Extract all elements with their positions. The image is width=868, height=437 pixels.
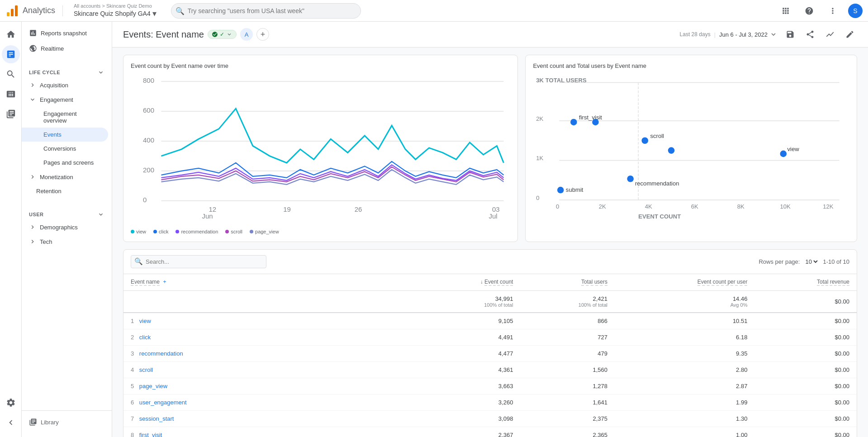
svg-rect-2 bbox=[15, 5, 18, 16]
nav-pages-and-screens[interactable]: Pages and screens bbox=[22, 156, 108, 170]
expand-icon-2 bbox=[97, 211, 104, 218]
scatter-y-label: 3K TOTAL USERS bbox=[536, 77, 587, 84]
scatter-x-2k: 2K bbox=[599, 203, 606, 210]
settings-area bbox=[2, 394, 20, 437]
event-name-link[interactable]: view bbox=[139, 318, 151, 324]
nav-advertising-icon[interactable] bbox=[2, 85, 20, 103]
y-label-600: 600 bbox=[143, 106, 154, 114]
topbar: Analytics All accounts > Skincare Quiz D… bbox=[0, 0, 868, 22]
library-nav-item[interactable]: Library bbox=[29, 414, 104, 430]
row-total-users: 1,278 bbox=[520, 378, 615, 394]
user-avatar[interactable]: S bbox=[848, 4, 863, 18]
nav-monetization[interactable]: Monetization bbox=[22, 170, 108, 184]
row-event-name: 7 session_start bbox=[123, 410, 417, 427]
add-comparison-button[interactable]: + bbox=[256, 28, 269, 41]
table-toolbar: 🔍 Rows per page: 10 25 50 1-10 of 10 bbox=[123, 250, 857, 274]
totals-row: 34,991 100% of total 2,421 100% of total… bbox=[123, 290, 857, 313]
nav-engagement[interactable]: Engagement bbox=[22, 92, 108, 107]
pagination-info: 1-10 of 10 bbox=[823, 258, 849, 265]
nav-section-reports: Reports snapshot Realtime bbox=[22, 22, 112, 60]
nav-reports-snapshot[interactable]: Reports snapshot bbox=[22, 25, 108, 41]
side-icon-bar bbox=[0, 22, 22, 437]
account-selector[interactable]: All accounts > Skincare Quiz Demo Skinca… bbox=[74, 3, 157, 19]
page-title-row: Events: Event name ✓ A + bbox=[123, 28, 269, 41]
event-name-link[interactable]: page_view bbox=[139, 383, 167, 390]
legend-dot-view bbox=[131, 230, 134, 233]
retention-label: Retention bbox=[36, 188, 62, 195]
nav-configure-icon[interactable] bbox=[2, 105, 20, 123]
date-range-value: Jun 6 - Jul 3, 2022 bbox=[719, 31, 768, 38]
settings-icon[interactable] bbox=[2, 394, 20, 412]
legend-label-view: view bbox=[136, 229, 146, 234]
event-name-link[interactable]: recommendation bbox=[139, 350, 183, 357]
legend-dot-scroll bbox=[225, 230, 229, 233]
totals-label bbox=[123, 290, 417, 313]
nav-engagement-overview[interactable]: Engagement overview bbox=[22, 107, 108, 128]
edit-button[interactable] bbox=[843, 27, 857, 42]
search-wrap: 🔍 bbox=[171, 3, 361, 19]
nav-retention[interactable]: Retention bbox=[22, 184, 108, 198]
property-selector[interactable]: Skincare Quiz Shopify GA4 ▾ bbox=[74, 9, 157, 19]
app-logo: Analytics bbox=[5, 4, 55, 18]
nav-events[interactable]: Events bbox=[22, 128, 108, 142]
nav-bottom: Library bbox=[22, 410, 112, 437]
scatter-recommendation bbox=[627, 176, 634, 182]
table-row: 5 page_view 3,663 1,278 2.87 $0.00 bbox=[123, 378, 857, 394]
status-badge[interactable]: ✓ bbox=[208, 30, 237, 39]
rows-per-page-label: Rows per page: bbox=[759, 258, 800, 265]
nav-explore-icon[interactable] bbox=[2, 65, 20, 83]
row-event-count: 4,477 bbox=[417, 345, 520, 361]
nav-demographics[interactable]: Demographics bbox=[22, 220, 108, 234]
header-actions: Last 28 days | Jun 6 - Jul 3, 2022 bbox=[680, 27, 857, 42]
scatter-chart-card: Event count and Total users by Event nam… bbox=[525, 55, 857, 242]
help-icon-button[interactable] bbox=[801, 3, 817, 19]
row-event-name: 6 user_engagement bbox=[123, 394, 417, 410]
event-name-link[interactable]: first_visit bbox=[139, 432, 162, 437]
nav-home-icon[interactable] bbox=[2, 25, 20, 43]
row-event-count: 3,663 bbox=[417, 378, 520, 394]
event-name-link[interactable]: scroll bbox=[139, 366, 153, 373]
rows-per-page-select[interactable]: 10 25 50 bbox=[803, 258, 819, 266]
row-total-users: 866 bbox=[520, 313, 615, 329]
row-per-user: 2.87 bbox=[615, 378, 754, 394]
apps-icon-button[interactable] bbox=[778, 3, 794, 19]
nav-reports-icon[interactable] bbox=[2, 45, 20, 63]
col-total-users: Total users bbox=[520, 274, 615, 291]
nav-conversions[interactable]: Conversions bbox=[22, 142, 108, 156]
event-name-link[interactable]: click bbox=[139, 334, 151, 341]
scatter-x-12k: 12K bbox=[823, 203, 834, 210]
customize-button[interactable] bbox=[823, 27, 837, 42]
legend-label-recommendation: recommendation bbox=[181, 229, 218, 234]
add-col-button[interactable]: + bbox=[163, 279, 166, 285]
nav-acquisition[interactable]: Acquisition bbox=[22, 78, 108, 92]
search-input[interactable] bbox=[171, 3, 361, 19]
row-revenue: $0.00 bbox=[754, 313, 857, 329]
row-rank: 8 bbox=[131, 432, 134, 437]
table-search-input[interactable] bbox=[131, 255, 266, 268]
compare-a-label: A bbox=[245, 31, 249, 38]
row-event-count: 3,098 bbox=[417, 410, 520, 427]
date-range-selector[interactable]: Last 28 days | Jun 6 - Jul 3, 2022 bbox=[680, 30, 778, 38]
event-name-link[interactable]: user_engagement bbox=[139, 399, 187, 406]
library-label: Library bbox=[41, 419, 59, 426]
chart-legend: view click recommendation scroll bbox=[131, 229, 510, 234]
event-name-link[interactable]: session_start bbox=[139, 415, 174, 422]
row-rank: 2 bbox=[131, 334, 134, 341]
more-icon-button[interactable] bbox=[825, 3, 841, 19]
compare-a-button[interactable]: A bbox=[240, 28, 253, 41]
lifecycle-section-title[interactable]: Life cycle bbox=[22, 63, 112, 78]
event-count-per-user-header: Event count per user bbox=[697, 279, 748, 286]
row-event-name: 3 recommendation bbox=[123, 345, 417, 361]
collapse-icon[interactable] bbox=[2, 413, 20, 432]
scatter-scroll-2 bbox=[668, 147, 675, 154]
totals-event-count: 34,991 100% of total bbox=[417, 290, 520, 313]
nav-realtime[interactable]: Realtime bbox=[22, 41, 108, 56]
user-section-title[interactable]: User bbox=[22, 205, 112, 220]
totals-revenue: $0.00 bbox=[754, 290, 857, 313]
ga-logo-icon bbox=[5, 4, 19, 18]
row-total-users: 2,375 bbox=[520, 410, 615, 427]
nav-tech[interactable]: Tech bbox=[22, 234, 108, 249]
save-report-button[interactable] bbox=[783, 27, 797, 42]
share-button[interactable] bbox=[803, 27, 817, 42]
totals-per-user: 14.46 Avg 0% bbox=[615, 290, 754, 313]
